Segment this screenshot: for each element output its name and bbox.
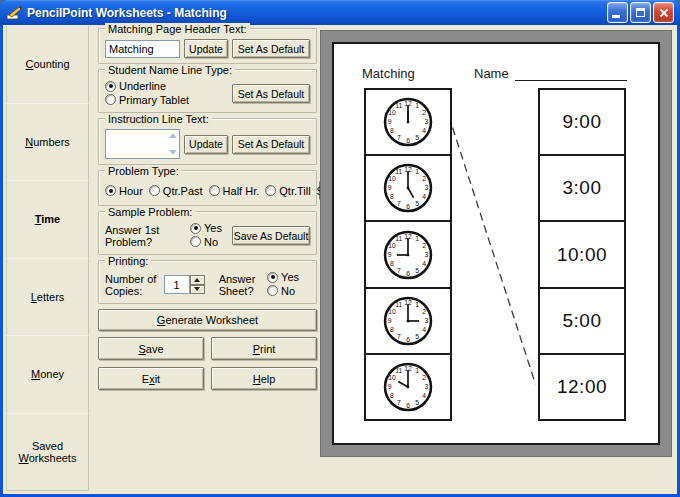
svg-text:3: 3 [425,251,429,258]
app-window: PencilPoint Worksheets - Matching Counti… [0,0,680,497]
radio-qtr-till[interactable]: Qtr.Till [265,185,310,197]
group-header-text: Matching Page Header Text: Update Set As… [98,28,317,64]
radio-label: Hour [119,185,143,197]
svg-text:7: 7 [397,267,401,274]
name-line-block: Name [474,66,627,81]
svg-text:3: 3 [425,383,429,390]
problem-type-radio-group: HourQtr.PastHalf Hr.Qtr.Till [105,185,317,197]
svg-text:8: 8 [390,326,394,333]
generate-worksheet-button[interactable]: Generate Worksheet [98,309,317,331]
instruction-update-button[interactable]: Update [184,135,228,154]
radio-primary-tablet[interactable]: Primary Tablet [105,94,189,106]
close-button[interactable] [653,2,674,23]
svg-text:11: 11 [395,301,402,308]
radio-yes[interactable]: Yes [190,222,222,234]
radio-button-icon[interactable] [105,81,116,92]
svg-text:7: 7 [397,201,401,208]
svg-text:10: 10 [388,109,396,116]
svg-text:2: 2 [422,242,426,249]
scroll-down-icon[interactable] [169,150,177,155]
radio-button-icon[interactable] [105,94,116,105]
sidebar-item-money[interactable]: Money [6,335,89,414]
svg-text:1: 1 [415,102,419,109]
copies-decrement-button[interactable] [190,285,205,295]
instruction-text-value[interactable] [106,130,166,158]
header-update-button[interactable]: Update [184,39,228,58]
sidebar-item-label: Numbers [25,136,70,148]
copies-stepper[interactable]: 1 [164,275,205,294]
clock-face: 123456789101112 [380,160,436,216]
radio-label: Underline [119,80,166,92]
close-icon [659,8,669,18]
radio-qtr-past[interactable]: Qtr.Past [149,185,203,197]
header-set-default-button[interactable]: Set As Default [232,39,310,58]
sidebar-item-time[interactable]: Time [6,180,89,259]
radio-half-hr-[interactable]: Half Hr. [209,185,260,197]
svg-text:2: 2 [422,374,426,381]
svg-text:3: 3 [425,317,429,324]
svg-text:8: 8 [390,194,394,201]
radio-button-icon[interactable] [267,272,278,283]
title-bar[interactable]: PencilPoint Worksheets - Matching [0,0,680,25]
clock-cell: 123456789101112 [366,220,450,286]
app-icon [6,5,22,21]
save-button[interactable]: Save [98,337,204,360]
name-line-radio-group: UnderlinePrimary Tablet [105,80,228,107]
clock-cell: 123456789101112 [366,90,450,154]
client-area: CountingNumbersTimeLettersMoneySaved Wor… [3,25,677,494]
svg-text:10: 10 [388,374,396,381]
radio-button-icon[interactable] [190,236,201,247]
help-button[interactable]: Help [211,367,317,390]
radio-no[interactable]: No [190,236,218,248]
copies-increment-button[interactable] [190,275,205,285]
radio-button-icon[interactable] [209,185,220,196]
sidebar-item-counting[interactable]: Counting [6,25,89,104]
svg-text:4: 4 [422,392,426,399]
exit-button[interactable]: Exit [98,367,204,390]
svg-text:11: 11 [395,235,402,242]
radio-button-icon[interactable] [265,185,276,196]
copies-value[interactable]: 1 [164,275,190,294]
sidebar-item-saved-worksheets[interactable]: Saved Worksheets [6,413,89,492]
group-name-line-legend: Student Name Line Type: [105,64,235,76]
svg-text:9: 9 [388,251,392,258]
svg-text:11: 11 [395,102,402,109]
svg-text:3: 3 [425,118,429,125]
radio-button-icon[interactable] [190,223,201,234]
arrow-down-icon [194,287,200,291]
sidebar-item-numbers[interactable]: Numbers [6,103,89,182]
sidebar-item-label: Money [31,368,64,380]
radio-label: No [281,285,295,297]
print-button[interactable]: Print [211,337,317,360]
radio-no[interactable]: No [267,285,295,297]
svg-text:1: 1 [415,169,419,176]
radio-button-icon[interactable] [149,185,160,196]
svg-text:2: 2 [422,175,426,182]
answer-first-problem-label: Answer 1st Problem? [105,224,186,248]
window-title: PencilPoint Worksheets - Matching [27,6,607,20]
radio-underline[interactable]: Underline [105,80,166,92]
group-problem-type-legend: Problem Type: [105,165,182,177]
group-instruction-legend: Instruction Line Text: [105,113,212,125]
radio-button-icon[interactable] [105,185,116,196]
name-underline [515,66,627,81]
number-of-copies-label: Number of Copies: [105,273,160,297]
instruction-set-default-button[interactable]: Set As Default [232,135,310,154]
answer-sheet-label: Answer Sheet? [219,273,263,297]
header-text-input[interactable] [105,40,180,58]
sidebar-item-label: Letters [31,291,65,303]
group-sample-problem-legend: Sample Problem: [105,206,195,218]
name-line-set-default-button[interactable]: Set As Default [232,84,310,103]
scroll-up-icon[interactable] [169,133,177,138]
radio-hour[interactable]: Hour [105,185,143,197]
answer-sheet-radio-group: YesNo [267,271,310,298]
instruction-text-input[interactable] [105,129,180,159]
radio-button-icon[interactable] [267,285,278,296]
save-as-default-button[interactable]: Save As Default [232,226,310,245]
maximize-button[interactable] [630,2,651,23]
minimize-button[interactable] [607,2,628,23]
answer-cell: 12:00 [540,353,624,419]
instruction-scrollbar[interactable] [166,130,179,158]
radio-yes[interactable]: Yes [267,271,299,283]
sidebar-item-letters[interactable]: Letters [6,258,89,337]
